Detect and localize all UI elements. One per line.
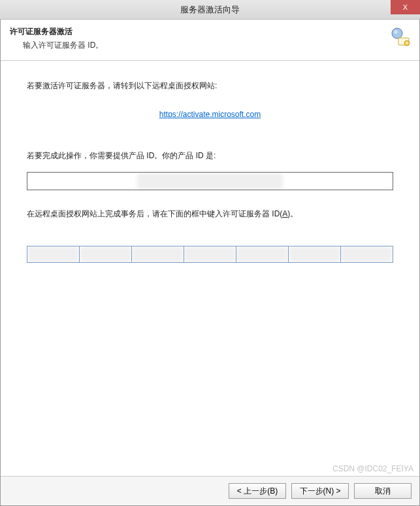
next-button[interactable]: 下一步(N) > (291, 483, 349, 499)
product-id-display (27, 172, 393, 190)
activation-link-row: https://activate.microsoft.com (27, 110, 393, 119)
instruction-product-id: 若要完成此操作，你需要提供产品 ID。你的产品 ID 是: (27, 150, 393, 161)
id-segment-input[interactable] (132, 246, 184, 263)
page-subtitle: 输入许可证服务器 ID。 (23, 40, 384, 51)
wizard-body: 许可证服务器激活 输入许可证服务器 ID。 若要激活许可证服务器，请转到以下远程… (0, 20, 420, 506)
id-segment-input[interactable] (27, 246, 80, 263)
wizard-content: 若要激活许可证服务器，请转到以下远程桌面授权网站: https://activa… (1, 61, 419, 476)
instruction-enter-id: 在远程桌面授权网站上完成事务后，请在下面的框中键入许可证服务器 ID(A)。 (27, 209, 393, 220)
id-segment-input[interactable] (80, 246, 132, 263)
title-bar: 服务器激活向导 X (0, 0, 420, 20)
wizard-button-bar: < 上一步(B) 下一步(N) > 取消 (1, 476, 419, 505)
id-segment-input[interactable] (184, 246, 236, 263)
id-segment-input[interactable] (236, 246, 289, 263)
activation-link[interactable]: https://activate.microsoft.com (159, 110, 261, 119)
close-button[interactable]: X (391, 0, 420, 14)
license-server-id-row (27, 246, 393, 263)
id-segment-input[interactable] (289, 246, 341, 263)
cancel-button[interactable]: 取消 (354, 483, 412, 499)
svg-point-1 (394, 31, 398, 34)
back-button[interactable]: < 上一步(B) (229, 483, 286, 499)
wizard-header: 许可证服务器激活 输入许可证服务器 ID。 (1, 20, 419, 61)
page-title: 许可证服务器激活 (10, 26, 384, 37)
id-segment-input[interactable] (341, 246, 393, 263)
close-icon: X (403, 3, 408, 11)
instruction-activate: 若要激活许可证服务器，请转到以下远程桌面授权网站: (27, 80, 393, 92)
window-title: 服务器激活向导 (0, 4, 420, 16)
svg-point-0 (392, 28, 402, 39)
license-wizard-icon (389, 26, 410, 47)
